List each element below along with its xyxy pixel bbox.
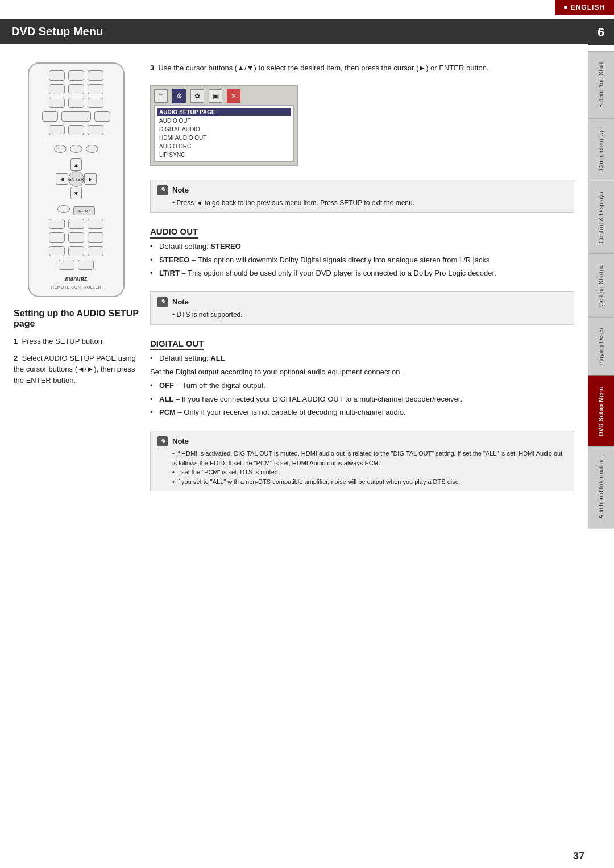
dpad-left-button: ◄ bbox=[56, 173, 68, 185]
menu-item-lip-sync: LIP SYNC bbox=[159, 151, 289, 159]
remote-row-6 bbox=[54, 145, 98, 153]
note-box-3: ✎ Note • If HDMI is activated, DIGITAL O… bbox=[150, 431, 574, 492]
note-icon-3: ✎ bbox=[157, 436, 168, 446]
remote-btn bbox=[49, 70, 65, 81]
note-icon-1: ✎ bbox=[157, 185, 168, 195]
remote-btn bbox=[49, 125, 65, 135]
note-text-3: • If HDMI is activated, DIGITAL OUT is m… bbox=[172, 449, 567, 486]
english-dot bbox=[564, 6, 567, 9]
digital-out-section: DIGITAL OUT Default setting: ALL Set the… bbox=[150, 335, 574, 420]
audio-out-item-1: STEREO – This option will downmix Dolby … bbox=[150, 254, 574, 266]
page-header: DVD Setup Menu bbox=[0, 19, 588, 44]
remote-row-10 bbox=[49, 246, 103, 256]
menu-item-audio-drc: AUDIO DRC bbox=[159, 142, 289, 151]
menu-item-audio-setup-page: AUDIO SETUP PAGE bbox=[157, 108, 291, 116]
main-content: ▲ ◄ ENTER ► ▼ SETUP bbox=[0, 51, 588, 868]
remote-btn bbox=[94, 111, 110, 122]
page-number: 6 bbox=[598, 25, 604, 40]
side-tab-getting-started[interactable]: Getting Started bbox=[588, 253, 614, 317]
setup-button: SETUP bbox=[73, 206, 95, 215]
digital-out-list: Default setting: ALL bbox=[150, 353, 574, 364]
remote-row-5 bbox=[49, 125, 103, 135]
remote-row-3 bbox=[49, 98, 103, 108]
side-tab-control-displays[interactable]: Control & Displays bbox=[588, 181, 614, 253]
remote-btn bbox=[88, 98, 103, 108]
remote-row-7: SETUP bbox=[57, 205, 95, 215]
digital-out-item-0: Default setting: ALL bbox=[150, 353, 574, 364]
note-box-2: ✎ Note • DTS is not supported. bbox=[150, 291, 574, 326]
dpad-right-button: ► bbox=[84, 173, 97, 185]
side-tab-dvd-setup-menu[interactable]: DVD Setup Menu bbox=[588, 375, 614, 446]
setup-section-title: Setting up the AUDIO SETUP page bbox=[14, 308, 139, 329]
menu-icon-0: □ bbox=[154, 89, 168, 103]
remote-btn bbox=[49, 246, 65, 256]
note-box-1: ✎ Note • Press ◄ to go back to the previ… bbox=[150, 180, 574, 214]
remote-brand: marantz bbox=[65, 276, 87, 282]
remote-controller: ▲ ◄ ENTER ► ▼ SETUP bbox=[28, 62, 125, 297]
digital-out-heading: DIGITAL OUT bbox=[150, 339, 204, 350]
note-content-1: Note • Press ◄ to go back to the previou… bbox=[172, 185, 414, 208]
audio-out-list: Default setting: STEREO STEREO – This op… bbox=[150, 241, 574, 279]
remote-btn-sm bbox=[86, 145, 98, 153]
side-tab-additional-info[interactable]: Additional Information bbox=[588, 446, 614, 529]
remote-row-8 bbox=[49, 219, 103, 229]
menu-icon-1-selected: ⚙ bbox=[172, 89, 186, 103]
setup-step-2: 2 Select AUDIO SETUP PAGE using the curs… bbox=[14, 353, 139, 386]
remote-row-9 bbox=[49, 232, 103, 243]
remote-btn bbox=[88, 219, 103, 229]
remote-btn bbox=[68, 125, 84, 135]
dpad-up-button: ▲ bbox=[70, 158, 82, 171]
step3-text: Use the cursor buttons (▲/▼) to select t… bbox=[158, 64, 488, 72]
remote-btn bbox=[49, 232, 65, 243]
menu-item-audio-out: AUDIO OUT bbox=[159, 116, 289, 125]
audio-out-item-0: Default setting: STEREO bbox=[150, 241, 574, 252]
menu-icon-2: ✿ bbox=[190, 89, 204, 103]
remote-btn bbox=[49, 84, 65, 94]
note-title-1: Note bbox=[172, 185, 414, 196]
remote-btn bbox=[68, 232, 84, 243]
remote-divider bbox=[43, 140, 110, 140]
page-number-box: 6 bbox=[588, 19, 614, 45]
right-column: 3 Use the cursor buttons (▲/▼) to select… bbox=[150, 62, 574, 857]
remote-btn bbox=[59, 260, 74, 270]
digital-out-intro: Set the Digital output according to your… bbox=[150, 366, 574, 378]
remote-btn bbox=[88, 70, 103, 81]
side-tab-before-you-start[interactable]: Before You Start bbox=[588, 51, 614, 118]
note-content-2: Note • DTS is not supported. bbox=[172, 297, 243, 320]
setup-step-1: 1 Press the SETUP button. bbox=[14, 336, 139, 347]
remote-btn bbox=[68, 219, 84, 229]
remote-btn-sm bbox=[57, 205, 70, 213]
note-title-2: Note bbox=[172, 297, 243, 308]
remote-btn bbox=[88, 232, 103, 243]
side-tab-connecting-up[interactable]: Connecting Up bbox=[588, 118, 614, 181]
note-icon-2: ✎ bbox=[157, 297, 168, 307]
note-text-1: • Press ◄ to go back to the previous men… bbox=[172, 198, 414, 208]
digital-out-options-list: OFF – Turn off the digital output. ALL –… bbox=[150, 380, 574, 418]
remote-btn-wide bbox=[61, 111, 91, 122]
note-title-3: Note bbox=[172, 436, 567, 447]
setup-step-number: 1 bbox=[14, 337, 18, 345]
dpad-enter-button: ENTER bbox=[68, 171, 84, 187]
left-column: ▲ ◄ ENTER ► ▼ SETUP bbox=[14, 62, 139, 857]
remote-btn-sm bbox=[54, 145, 67, 153]
remote-btn bbox=[68, 84, 84, 94]
remote-btn bbox=[68, 246, 84, 256]
remote-btn bbox=[49, 98, 65, 108]
remote-btn bbox=[88, 84, 103, 94]
remote-btn bbox=[68, 70, 84, 81]
menu-list: AUDIO SETUP PAGE AUDIO OUT DIGITAL AUDIO… bbox=[154, 105, 294, 162]
remote-row-11 bbox=[59, 260, 94, 270]
dpad-down-button: ▼ bbox=[70, 187, 82, 199]
audio-out-heading: AUDIO OUT bbox=[150, 227, 198, 239]
menu-icons-row: □ ⚙ ✿ ▣ ✕ bbox=[154, 89, 294, 103]
setup-step-text: Press the SETUP button. bbox=[22, 337, 104, 345]
remote-btn bbox=[88, 125, 103, 135]
side-tab-playing-discs[interactable]: Playing Discs bbox=[588, 317, 614, 376]
digital-out-pcm: PCM – Only if your receiver is not capab… bbox=[150, 407, 574, 418]
setup-section: Setting up the AUDIO SETUP page 1 Press … bbox=[14, 308, 139, 391]
remote-dpad: ▲ ◄ ENTER ► ▼ bbox=[56, 158, 97, 199]
menu-item-digital-audio: DIGITAL AUDIO bbox=[159, 125, 289, 133]
page-title: DVD Setup Menu bbox=[11, 25, 103, 37]
side-tabs: Before You Start Connecting Up Control &… bbox=[588, 51, 614, 528]
digital-out-off: OFF – Turn off the digital output. bbox=[150, 380, 574, 391]
